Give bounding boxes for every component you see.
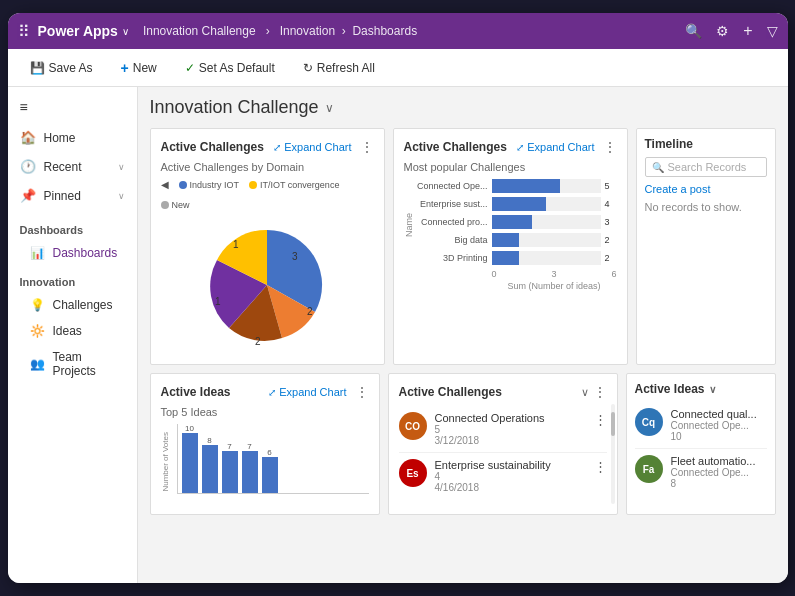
search-icon: 🔍 [652,162,664,173]
pie-expand-button[interactable]: ⤢ Expand Chart [273,141,351,153]
sidebar-item-home[interactable]: 🏠 Home [8,123,137,152]
prev-icon[interactable]: ◀ [161,179,169,190]
bar-row-3: Big data 2 [416,233,617,247]
legend-label-industry: Industry IOT [190,180,240,190]
innovation-group-label: Innovation [8,266,137,292]
legend-dot-new [161,201,169,209]
challenge-count-0: 5 [435,424,586,435]
pie-card-subtitle: Active Challenges by Domain [161,161,374,173]
challenge-title-1: Enterprise sustainability [435,459,586,471]
challenges-list: CO Connected Operations 5 3/12/2018 ⋮ Es [399,406,607,499]
expand-chart-icon: ⤢ [516,142,524,153]
idea-count-1: 8 [671,478,767,489]
legend-dot-it [249,181,257,189]
apps-grid-icon[interactable]: ⠿ [18,22,30,41]
pin-icon: 📌 [20,188,36,203]
sidebar-item-recent[interactable]: 🕐 Recent ∨ [8,152,137,181]
ideas-bar-subtitle: Top 5 Ideas [161,406,369,418]
timeline-title: Timeline [645,137,767,151]
ideas-y-axis-label: Number of Votes [161,432,170,492]
chevron-down-icon[interactable]: ∨ [581,386,589,399]
avatar: CO [399,412,427,440]
svg-text:1: 1 [215,296,221,307]
timeline-create-post-link[interactable]: Create a post [645,183,767,195]
ideas-icon: 🔆 [30,324,45,338]
expand-chart-icon: ⤢ [268,387,276,398]
filter-icon[interactable]: ▽ [767,23,778,39]
bar-row-0: Connected Ope... 5 [416,179,617,193]
brand-chevron-icon: ∨ [122,26,129,37]
challenges-list-more-button[interactable]: ⋮ [593,384,607,400]
set-default-button[interactable]: ✓ Set As Default [179,57,281,79]
legend-label-new: New [172,200,190,210]
ideas-bar-more-button[interactable]: ⋮ [355,384,369,400]
legend-label-it: IT/IOT convergence [260,180,339,190]
bar-card-more-button[interactable]: ⋮ [603,139,617,155]
avatar: Es [399,459,427,487]
idea-subtitle-1: Connected Ope... [671,467,767,478]
ideas-expand-button[interactable]: ⤢ Expand Chart [268,386,346,398]
x-axis-label: Sum (Number of ideas) [416,281,617,291]
pie-chart: 3 2 2 1 1 [161,216,374,354]
svg-text:2: 2 [307,306,313,317]
avatar: Cq [635,408,663,436]
dashboard-title: Innovation Challenge ∨ [150,97,776,118]
bar-card-title: Active Challenges [404,140,517,154]
active-challenges-list-card: Active Challenges ∨ ⋮ CO Connected Opera… [388,373,618,515]
chevron-down-icon[interactable]: ∨ [709,384,716,395]
active-challenges-bar-card: Active Challenges ⤢ Expand Chart ⋮ Most … [393,128,628,365]
check-icon: ✓ [185,61,195,75]
list-item: Es Enterprise sustainability 4 4/16/2018… [399,453,607,499]
scrollbar-track [611,404,615,504]
idea-title-1: Fleet automatio... [671,455,767,467]
expand-chart-icon: ⤢ [273,142,281,153]
idea-subtitle-0: Connected Ope... [671,420,767,431]
pie-card-more-button[interactable]: ⋮ [360,139,374,155]
toolbar: 💾 Save As + New ✓ Set As Default ↻ Refre… [8,49,788,87]
legend-dot-industry [179,181,187,189]
challenge-more-button-1[interactable]: ⋮ [594,459,607,474]
pie-legend: ◀ Industry IOT IT/IOT convergence New [161,179,374,210]
list-item: Fa Fleet automatio... Connected Ope... 8 [635,449,767,495]
dashboard-title-chevron-icon[interactable]: ∨ [325,101,334,115]
timeline-search-box[interactable]: 🔍 Search Records [645,157,767,177]
sidebar-item-dashboards[interactable]: 📊 Dashboards [8,240,137,266]
sidebar-item-challenges[interactable]: 💡 Challenges [8,292,137,318]
challenge-more-button-0[interactable]: ⋮ [594,412,607,427]
dashboards-group-label: Dashboards [8,214,137,240]
list-item: Cq Connected qual... Connected Ope... 10 [635,402,767,449]
recent-icon: 🕐 [20,159,36,174]
challenge-count-1: 4 [435,471,586,482]
ideas-bar-4 [262,457,278,493]
active-ideas-right-panel: Active Ideas ∨ Cq Connected qual... Conn… [626,373,776,515]
challenge-title-0: Connected Operations [435,412,586,424]
save-as-button[interactable]: 💾 Save As [24,57,99,79]
timeline-empty-message: No records to show. [645,201,767,213]
pie-card-title: Active Challenges [161,140,274,154]
bar-expand-button[interactable]: ⤢ Expand Chart [516,141,594,153]
ideas-bar-3 [242,451,258,493]
app-brand: Power Apps [38,23,118,39]
team-icon: 👥 [30,357,45,371]
x-axis-ticks: 0 3 6 [416,269,617,279]
scrollbar-thumb[interactable] [611,412,615,436]
new-button[interactable]: + New [115,56,163,80]
add-icon[interactable]: + [743,22,752,40]
dashboard-icon: 📊 [30,246,45,260]
settings-icon[interactable]: ⚙ [716,23,729,39]
timeline-panel: Timeline 🔍 Search Records Create a post … [636,128,776,365]
refresh-all-button[interactable]: ↻ Refresh All [297,57,381,79]
sidebar-item-team-projects[interactable]: 👥 Team Projects [8,344,137,384]
sidebar-item-pinned[interactable]: 📌 Pinned ∨ [8,181,137,210]
hamburger-menu-button[interactable]: ≡ [8,91,137,123]
breadcrumb: Innovation Challenge › Innovation › Dash… [143,24,417,38]
idea-title-0: Connected qual... [671,408,767,420]
challenge-date-1: 4/16/2018 [435,482,586,493]
challenge-date-0: 3/12/2018 [435,435,586,446]
dashboard-area: Innovation Challenge ∨ Active Challenges… [138,87,788,583]
sidebar-item-ideas[interactable]: 🔆 Ideas [8,318,137,344]
search-icon[interactable]: 🔍 [685,23,702,39]
svg-text:3: 3 [292,251,298,262]
save-icon: 💾 [30,61,45,75]
y-axis-label: Name [404,213,414,237]
